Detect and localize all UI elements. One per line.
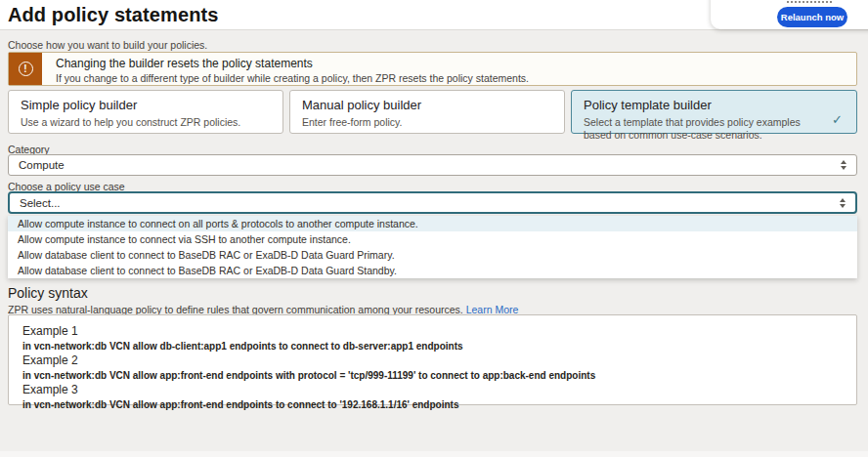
builder-reset-warning-banner: ! Changing the builder resets the policy… <box>8 52 857 86</box>
dropdown-option[interactable]: Allow compute instance to connect via SS… <box>8 231 857 247</box>
use-case-select-value: Select... <box>10 197 840 209</box>
card-description: Enter free-form policy. <box>302 116 552 129</box>
policy-syntax-heading: Policy syntax <box>8 285 88 301</box>
dropdown-option[interactable]: Allow database client to connect to Base… <box>8 247 857 263</box>
page-title: Add policy statements <box>8 4 218 26</box>
card-description: Select a template that provides policy e… <box>584 116 826 142</box>
policy-examples-box: Example 1 in vcn-network:db VCN allow db… <box>8 314 857 405</box>
example-label: Example 3 <box>22 383 856 396</box>
dropdown-option[interactable]: Allow database client to connect to Base… <box>8 263 857 278</box>
banner-title: Changing the builder resets the policy s… <box>56 57 529 70</box>
clipped-text-marks <box>787 1 832 3</box>
select-stepper-icon <box>840 198 855 208</box>
bottom-strip <box>0 451 868 457</box>
relaunch-now-button[interactable]: Relaunch now <box>777 7 847 27</box>
example-statement: in vcn-network:db VCN allow app:front-en… <box>22 370 856 381</box>
card-title: Manual policy builder <box>302 98 552 112</box>
example-label: Example 2 <box>22 353 856 367</box>
manual-policy-builder-card[interactable]: Manual policy builder Enter free-form po… <box>289 90 565 134</box>
banner-text: Changing the builder resets the policy s… <box>42 53 529 85</box>
warning-icon-block: ! <box>9 53 42 85</box>
add-policy-statements-page: Add policy statements Relaunch now Choos… <box>0 0 868 457</box>
category-select-value: Compute <box>9 159 841 171</box>
example-statement: in vcn-network:db VCN allow db-client:ap… <box>22 341 856 352</box>
select-stepper-icon <box>841 160 856 170</box>
warning-icon: ! <box>19 62 33 76</box>
policy-template-builder-card-selected[interactable]: Policy template builder Select a templat… <box>571 90 857 134</box>
use-case-dropdown: Allow compute instance to connect on all… <box>8 216 857 278</box>
example-label: Example 1 <box>22 324 856 338</box>
dropdown-option[interactable]: Allow compute instance to connect on all… <box>8 216 857 231</box>
simple-policy-builder-card[interactable]: Simple policy builder Use a wizard to he… <box>8 90 283 134</box>
category-select[interactable]: Compute <box>8 154 857 176</box>
banner-body: If you change to a different type of bui… <box>56 72 529 84</box>
checkmark-icon: ✓ <box>832 112 843 127</box>
use-case-select[interactable]: Select... <box>8 191 857 214</box>
card-title: Policy template builder <box>584 98 845 112</box>
builder-choice-subtitle: Choose how you want to build your polici… <box>8 39 207 51</box>
card-title: Simple policy builder <box>21 98 271 112</box>
example-statement: in vcn-network:db VCN allow app:front-en… <box>22 399 856 410</box>
card-description: Use a wizard to help you construct ZPR p… <box>21 116 271 129</box>
